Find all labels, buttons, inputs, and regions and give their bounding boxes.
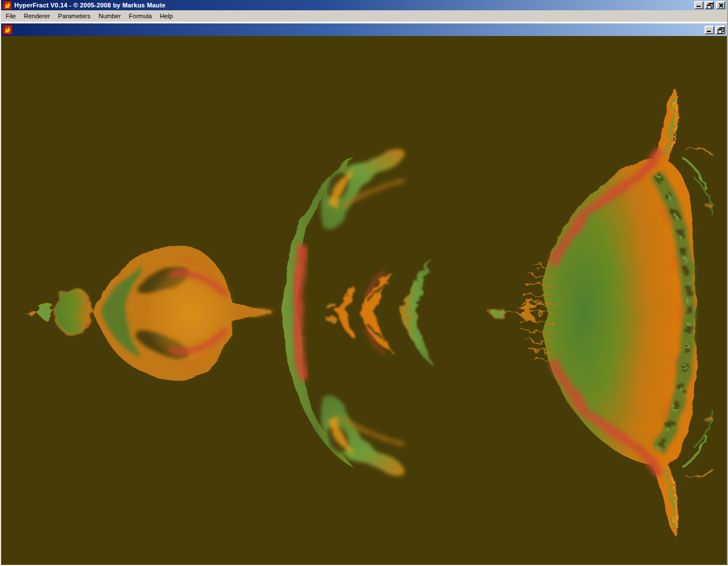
child-restore-button[interactable] <box>715 26 725 34</box>
close-button[interactable] <box>716 1 725 9</box>
feather-line <box>534 359 553 360</box>
window-title: HyperFract V0.14 - © 2005-2008 by Markus… <box>14 2 166 9</box>
menu-file[interactable]: File <box>2 11 20 21</box>
app-icon-detail <box>3 2 5 3</box>
fractal-curl-dot <box>705 203 711 207</box>
titlebar[interactable]: HyperFract V0.14 - © 2005-2008 by Markus… <box>1 0 727 10</box>
app-icon[interactable] <box>3 1 12 10</box>
feather-line <box>530 275 553 276</box>
minimize-icon <box>697 6 701 7</box>
feather-line <box>526 341 553 342</box>
feather-line <box>534 266 553 266</box>
fractal-cone-1 <box>326 303 336 310</box>
menu-formula[interactable]: Formula <box>125 11 156 21</box>
minimize-icon <box>707 31 711 32</box>
child-titlebar[interactable] <box>1 23 727 36</box>
child-window-icon[interactable] <box>3 25 12 34</box>
menu-parameters[interactable]: Parameters <box>54 11 95 21</box>
app-window: HyperFract V0.14 - © 2005-2008 by Markus… <box>0 0 728 566</box>
menubar: File Renderer Parameters Number Formula … <box>1 10 727 22</box>
menu-help[interactable]: Help <box>156 11 177 21</box>
app-icon-spark <box>9 7 10 8</box>
child-window <box>1 22 727 565</box>
fractal-red-speck <box>86 323 90 328</box>
restore-button[interactable] <box>705 1 714 9</box>
feather-line <box>522 295 553 295</box>
menu-number[interactable]: Number <box>94 11 124 21</box>
feather-line <box>522 331 553 332</box>
child-icon-spark <box>9 31 10 33</box>
fractal-viewport[interactable] <box>1 36 727 565</box>
feather-line <box>519 322 553 322</box>
child-window-controls <box>703 26 726 34</box>
menu-renderer[interactable]: Renderer <box>20 11 54 21</box>
fractal-red-speck <box>86 297 90 302</box>
fractal-cone-1 <box>326 315 336 322</box>
minimize-button[interactable] <box>694 1 703 9</box>
window-controls <box>693 1 727 9</box>
fractal-right-pill <box>490 308 505 316</box>
feather-line <box>530 351 553 351</box>
child-icon-detail <box>3 26 5 27</box>
feather-line <box>526 285 553 286</box>
feather-line <box>519 303 553 303</box>
child-minimize-button[interactable] <box>705 26 714 34</box>
fractal-canvas[interactable] <box>1 36 727 565</box>
feather-line <box>516 312 553 313</box>
